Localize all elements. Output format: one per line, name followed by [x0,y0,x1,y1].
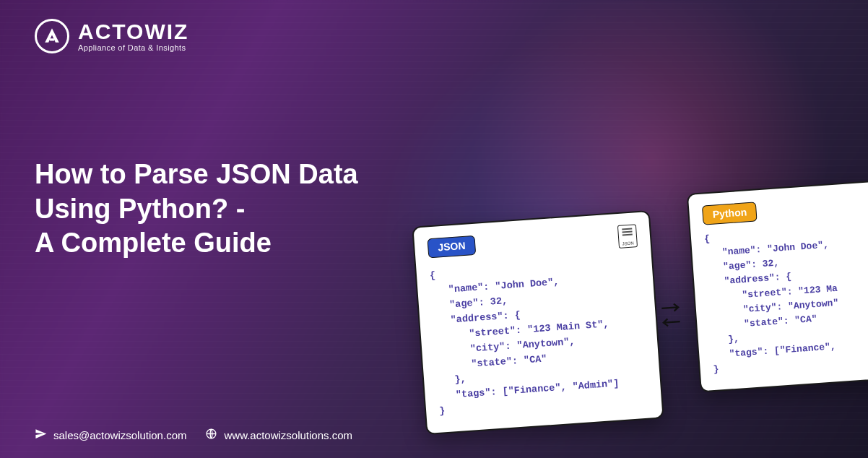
bidirectional-arrows-icon [660,301,682,329]
svg-rect-0 [50,38,54,40]
json-card: JSON JSON { "name": "John Doe", "age": 3… [412,210,664,436]
brand-tagline: Appliance of Data & Insights [78,44,188,52]
python-code: { "name": "John Doe", "age": 32, "addres… [703,220,868,378]
contact-email: sales@actowizsolution.com [35,428,186,442]
contact-bar: sales@actowizsolution.com www.actowizsol… [35,428,352,442]
headline-line-1: How to Parse JSON Data [35,157,358,192]
globe-icon [205,428,217,442]
brand-logo-area: ACTOWIZ Appliance of Data & Insights [35,19,188,53]
headline-line-3: A Complete Guide [35,226,358,261]
python-card: Python { "name": "John Doe", "age": 32, … [687,180,868,393]
page-title: How to Parse JSON Data Using Python? - A… [35,157,358,261]
email-text: sales@actowizsolution.com [53,429,186,441]
json-label: JSON [428,236,477,259]
contact-website: www.actowizsolutions.com [205,428,352,442]
logo-mark-icon [35,19,69,53]
send-icon [35,428,47,442]
json-code: { "name": "John Doe", "age": 32, "addres… [429,254,648,420]
file-icon: JSON [617,224,638,249]
website-text: www.actowizsolutions.com [224,429,352,441]
python-label: Python [702,202,758,225]
file-icon-label: JSON [622,241,633,246]
headline-line-2: Using Python? - [35,192,358,227]
brand-name: ACTOWIZ [78,21,188,43]
